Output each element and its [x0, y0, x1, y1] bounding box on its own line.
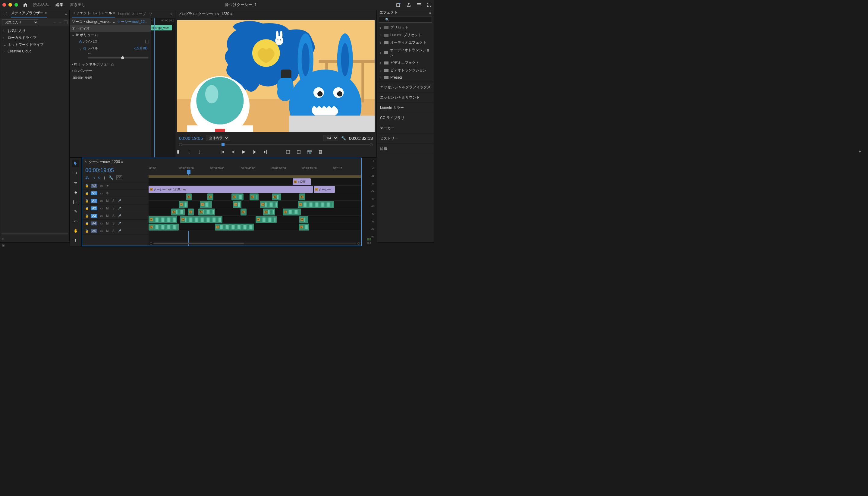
sync-icon[interactable]: ▭: [99, 206, 103, 210]
nav-back-icon[interactable]: ←: [53, 20, 57, 25]
panel-menu-icon[interactable]: ≡: [0, 236, 69, 242]
extract-icon[interactable]: ⬚: [296, 149, 301, 154]
track-header-A3[interactable]: 🔒A3▭MS🎤: [82, 212, 149, 220]
tree-item-favorites[interactable]: ›お気に入り: [0, 27, 69, 34]
sync-icon[interactable]: ▭: [99, 191, 103, 195]
effects-search-input[interactable]: [379, 17, 432, 22]
solo-icon[interactable]: S: [111, 229, 115, 233]
track-a5[interactable]: fx fx fx: [149, 223, 361, 231]
menu-import[interactable]: 読み込み: [33, 2, 49, 7]
marker-add-icon[interactable]: ▮: [103, 175, 106, 180]
cc-icon[interactable]: CC: [117, 175, 122, 180]
eye-icon[interactable]: 👁: [105, 191, 109, 195]
slip-tool-icon[interactable]: |↔|: [72, 198, 79, 205]
track-header-V1[interactable]: 🔒V1▭👁: [82, 189, 149, 197]
track-header-A5[interactable]: 🔒A5▭MS🎤: [82, 227, 149, 235]
effects-folder[interactable]: ›Presets: [377, 74, 434, 81]
selection-tool-icon[interactable]: [72, 160, 79, 167]
panel-menu-icon[interactable]: ≡: [429, 11, 431, 15]
effects-tab[interactable]: エフェクト: [379, 10, 398, 15]
lock-icon[interactable]: 🔒: [85, 184, 89, 188]
home-icon[interactable]: [23, 2, 28, 7]
track-header-A2[interactable]: 🔒A2▭MS🎤: [82, 205, 149, 212]
clip-v2[interactable]: fxc12変: [293, 179, 311, 185]
lock-icon[interactable]: 🔒: [85, 229, 89, 233]
link-icon[interactable]: ⎋: [98, 175, 100, 180]
media-browser-tab[interactable]: メディアブラウザー ≡: [11, 11, 46, 17]
program-scrubber[interactable]: [175, 142, 376, 147]
out-icon[interactable]: }: [197, 149, 203, 154]
effects-folder[interactable]: ›Lumetri プリセット: [377, 31, 434, 39]
voice-icon[interactable]: 🎤: [117, 206, 122, 210]
settings-icon[interactable]: 🔧: [108, 175, 113, 180]
ec-playhead[interactable]: [154, 18, 155, 157]
solo-icon[interactable]: S: [111, 221, 115, 226]
cc-app-icon[interactable]: ◉: [2, 243, 5, 247]
workspace-icon[interactable]: [417, 2, 421, 7]
lock-icon[interactable]: 🔒: [85, 199, 89, 203]
menu-export[interactable]: 書き出し: [70, 2, 86, 7]
program-tc-left[interactable]: 00:00:19:05: [179, 136, 203, 141]
voice-icon[interactable]: 🎤: [117, 199, 122, 203]
voice-icon[interactable]: 🎤: [117, 214, 122, 218]
mute-icon[interactable]: M: [105, 214, 109, 218]
play-icon[interactable]: ▶: [241, 149, 247, 154]
ec-linked-seq[interactable]: クーシーmov_12..: [117, 19, 146, 25]
stopwatch-icon[interactable]: ◷: [83, 46, 86, 50]
slider-thumb[interactable]: [121, 56, 124, 59]
voice-icon[interactable]: 🎤: [117, 221, 122, 226]
mute-icon[interactable]: M: [105, 206, 109, 210]
solo-icon[interactable]: S: [111, 206, 115, 210]
step-fwd-icon[interactable]: |▸: [252, 149, 258, 154]
sync-icon[interactable]: ▭: [99, 229, 103, 233]
scrub-end[interactable]: [370, 143, 373, 146]
menu-edit[interactable]: 編集: [56, 2, 63, 7]
side-panel-tab[interactable]: エッセンシャルサウンド: [377, 93, 434, 103]
side-panel-tab[interactable]: 情報: [377, 144, 434, 154]
track-a4[interactable]: fx fx fx fx: [149, 216, 361, 223]
solo-icon[interactable]: S: [111, 214, 115, 218]
tab-lumetri-scopes[interactable]: Lumetri スコープ: [118, 12, 145, 17]
side-panel-tab[interactable]: CC ライブラリ: [377, 113, 434, 123]
close-window-icon[interactable]: [2, 3, 6, 6]
timeline-tc[interactable]: 00:00:19:05: [82, 166, 149, 175]
ripple-tool-icon[interactable]: ⇹: [72, 179, 79, 186]
snapshot-icon[interactable]: 📷: [307, 149, 312, 154]
track-v2[interactable]: fxc12変: [149, 178, 361, 186]
marker-icon[interactable]: ▮: [175, 149, 181, 154]
ec-mini-timeline[interactable]: 0 00:00:20:0 strange_wav: [151, 18, 175, 157]
solo-icon[interactable]: S: [111, 199, 115, 203]
clip-v1-b[interactable]: fxクーシー: [314, 186, 335, 193]
resolution-select[interactable]: 1/4: [323, 135, 338, 141]
hand-tool-icon[interactable]: ✋: [72, 227, 79, 234]
razor-tool-icon[interactable]: ◆: [72, 189, 79, 196]
goto-out-icon[interactable]: ▸|: [263, 149, 268, 154]
quick-export-icon[interactable]: [396, 2, 401, 7]
mute-icon[interactable]: M: [105, 229, 109, 233]
work-area-bar[interactable]: [149, 175, 361, 178]
tree-item-network[interactable]: ⌄ネットワークドライブ: [0, 41, 69, 48]
type-tool-icon[interactable]: T: [72, 237, 79, 244]
program-tab[interactable]: プログラム: クーシーmov_1230 ≡: [178, 12, 232, 17]
rectangle-tool-icon[interactable]: ▭: [72, 218, 79, 225]
timeline-ruler[interactable]: :00:0000:00:15:0000:00:30:0000:00:45:000…: [149, 166, 361, 178]
track-a3[interactable]: fx fx fx fx fx fx: [149, 208, 361, 216]
timeline-tracks-area[interactable]: :00:0000:00:15:0000:00:30:0000:00:45:000…: [149, 166, 361, 246]
favorites-dropdown[interactable]: お気に入り: [2, 19, 38, 25]
side-panel-tab[interactable]: マーカー: [377, 123, 434, 134]
effects-folder[interactable]: ›ビデオエフェクト: [377, 59, 434, 66]
step-back-icon[interactable]: ◂|: [230, 149, 236, 154]
zoom-out-handle[interactable]: [150, 242, 152, 245]
minimize-window-icon[interactable]: [9, 3, 12, 6]
close-tab-icon[interactable]: ×: [85, 160, 87, 164]
lock-icon[interactable]: 🔒: [85, 221, 89, 226]
timeline-playhead[interactable]: [187, 170, 190, 174]
effects-folder[interactable]: ›ビデオトランジション: [377, 66, 434, 74]
sequence-tab[interactable]: クーシーmov_1230 ≡: [89, 159, 123, 165]
sync-icon[interactable]: ▭: [99, 214, 103, 218]
in-icon[interactable]: {: [186, 149, 192, 154]
fullscreen-icon[interactable]: [427, 2, 432, 7]
clip-v1-main[interactable]: fxクーシーmov_1230.mov: [149, 186, 313, 193]
lock-icon[interactable]: 🔒: [85, 206, 89, 210]
tree-item-local[interactable]: ›ローカルドライブ: [0, 34, 69, 41]
